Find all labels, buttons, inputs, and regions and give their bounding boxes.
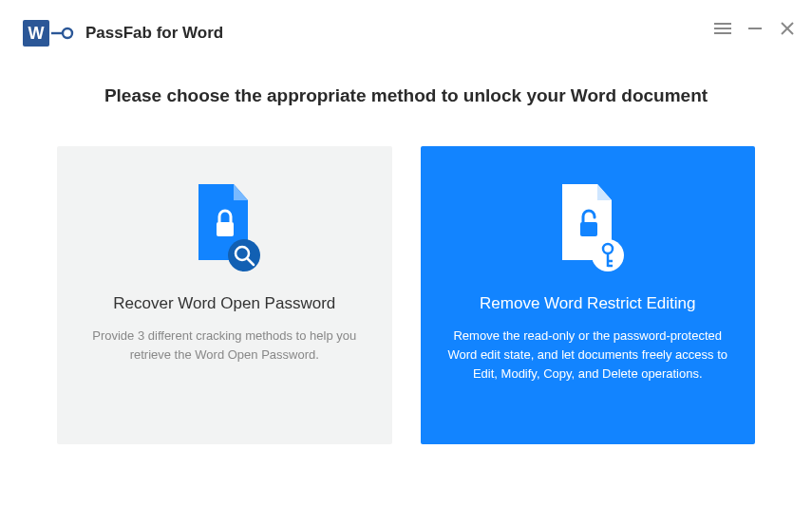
recover-card-desc: Provide 3 different cracking methods to … [80,327,369,365]
remove-card-desc: Remove the read-only or the password-pro… [444,327,733,383]
svg-point-1 [63,28,72,38]
menu-icon[interactable] [713,19,732,38]
word-logo-icon: W [23,20,49,47]
window-controls [713,19,797,38]
document-unlocked-key-icon [444,175,733,279]
document-locked-search-icon [80,175,369,279]
svg-point-9 [228,239,260,271]
titlebar: W PassFab for Word [0,0,812,57]
recover-password-card[interactable]: Recover Word Open Password Provide 3 dif… [57,146,392,444]
close-icon[interactable] [778,19,797,38]
key-connector-icon [51,27,74,40]
svg-rect-12 [580,222,597,236]
method-cards: Recover Word Open Password Provide 3 dif… [0,146,812,444]
page-heading: Please choose the appropriate method to … [0,85,812,106]
svg-rect-8 [217,222,234,236]
minimize-icon[interactable] [746,19,765,38]
remove-card-title: Remove Word Restrict Editing [444,294,733,313]
brand: W PassFab for Word [23,20,223,47]
remove-restrict-card[interactable]: Remove Word Restrict Editing Remove the … [421,146,756,444]
app-title: PassFab for Word [85,24,223,43]
recover-card-title: Recover Word Open Password [80,294,369,313]
